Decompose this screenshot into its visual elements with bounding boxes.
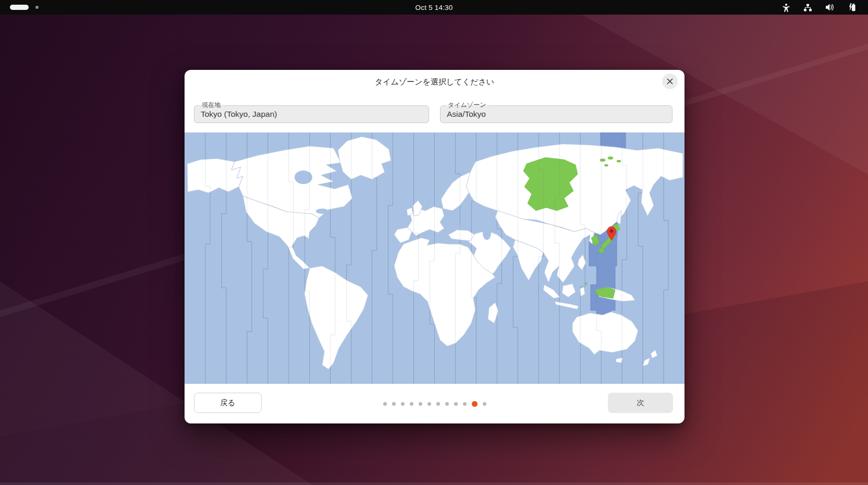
timezone-map[interactable]: [185, 132, 684, 384]
page-dot: [419, 402, 422, 406]
page-dot: [445, 402, 449, 406]
volume-icon: [825, 3, 835, 11]
page-dot: [401, 402, 405, 406]
page-dot: [463, 402, 467, 406]
top-bar: Oct 5 14:30: [0, 0, 868, 15]
back-button[interactable]: 戻る: [194, 393, 262, 413]
timezone-field-label: タイムゾーン: [445, 101, 488, 108]
next-button[interactable]: 次: [608, 393, 673, 413]
location-field-value: Tokyo (Tokyo, Japan): [201, 110, 277, 119]
page-dot: [383, 402, 387, 406]
timezone-field-value: Asia/Tokyo: [447, 110, 486, 119]
page-dot: [483, 402, 486, 406]
page-dot: [410, 402, 413, 406]
dialog-title: タイムゾーンを選択してください: [185, 77, 684, 87]
close-button[interactable]: [662, 74, 678, 89]
battery-charging-icon: [848, 3, 857, 12]
dialog-footer: 戻る 次: [185, 384, 684, 423]
page-dot-active: [472, 401, 478, 407]
network-wired-icon: [803, 3, 812, 12]
location-field[interactable]: 現在地 Tokyo (Tokyo, Japan): [194, 105, 429, 123]
timezone-field[interactable]: タイムゾーン Asia/Tokyo: [440, 105, 673, 123]
fields-row: 現在地 Tokyo (Tokyo, Japan) タイムゾーン Asia/Tok…: [194, 105, 673, 123]
page-dot: [454, 402, 458, 406]
page-dot: [436, 402, 440, 406]
timezone-dialog: タイムゾーンを選択してください 現在地 Tokyo (Tokyo, Japan)…: [185, 70, 684, 423]
accessibility-icon: [782, 3, 790, 12]
page-dot: [427, 402, 431, 406]
location-field-label: 現在地: [199, 101, 223, 108]
clock[interactable]: Oct 5 14:30: [0, 4, 868, 11]
close-icon: [667, 78, 673, 84]
wallpaper-facet: [0, 482, 868, 485]
page-dot: [392, 402, 396, 406]
system-status-area[interactable]: [782, 3, 868, 12]
